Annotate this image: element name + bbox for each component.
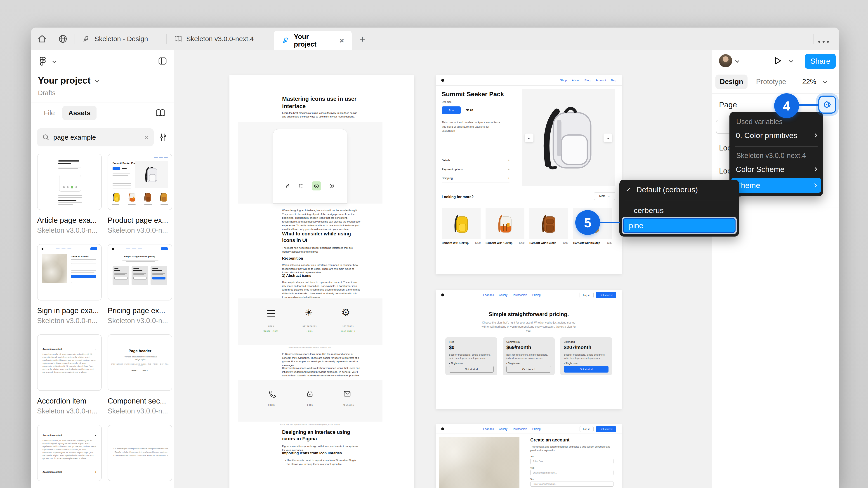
tab-skeleton-library[interactable]: Skeleton v3.0.0-next.4 xyxy=(166,28,274,50)
password-field[interactable] xyxy=(530,481,614,487)
signup-title: Create an account xyxy=(530,437,569,443)
frame-product-page[interactable]: Shop About Blog Account Bag Summit Seeke… xyxy=(436,75,622,274)
chevron-down-icon[interactable] xyxy=(823,79,827,84)
article-bullet: • Use the assets panel to import icons f… xyxy=(282,458,361,466)
tab-your-project[interactable]: Your project × xyxy=(274,31,352,50)
submenu-item-cerberus[interactable]: cerberus xyxy=(619,203,739,218)
tab-assets[interactable]: Assets xyxy=(62,106,96,120)
phone-icon xyxy=(268,390,276,398)
chevron-down-icon[interactable] xyxy=(735,59,739,63)
avatar[interactable] xyxy=(719,54,732,67)
get-started-button[interactable]: Get started xyxy=(596,292,616,298)
accordion-row-details[interactable]: Details+ xyxy=(442,156,509,165)
get-started-button[interactable]: Get started xyxy=(596,426,616,432)
accordion-row-payment[interactable]: Payment options+ xyxy=(442,165,509,174)
library-book-icon[interactable] xyxy=(156,108,165,118)
sun-icon: ☀ xyxy=(305,308,313,317)
get-started-button[interactable]: Get started xyxy=(564,366,609,372)
asset-card-lists[interactable]: • Id maxime optio soluta placeat ea eaqu… xyxy=(107,425,172,488)
community-globe-icon[interactable] xyxy=(58,34,68,44)
new-tab-button[interactable]: + xyxy=(360,33,365,45)
filter-icon[interactable] xyxy=(158,132,168,142)
product-card[interactable]: Carhartt WIP Kickflip $230 xyxy=(442,208,480,245)
clear-search-icon[interactable]: × xyxy=(144,133,149,142)
asset-card-pricing-page[interactable]: Simple straightforward pricing. xyxy=(107,244,172,325)
nav-link[interactable]: Testimonials xyxy=(513,293,527,297)
nav-link[interactable]: Shop xyxy=(560,78,567,82)
nav-link[interactable]: Testimonials xyxy=(513,427,527,431)
chevron-down-icon[interactable] xyxy=(52,59,56,63)
tab-design[interactable]: Design xyxy=(715,74,747,89)
nav-link[interactable]: Gallery xyxy=(499,293,507,297)
nav-link[interactable]: Pricing xyxy=(532,293,541,297)
menu-item-theme[interactable]: Theme xyxy=(731,178,821,193)
menu-item-color-primitives[interactable]: 0. Color primitives xyxy=(730,128,823,142)
search-field[interactable] xyxy=(53,133,141,141)
submenu-item-pine[interactable]: pine xyxy=(623,218,736,233)
login-button[interactable]: Log in xyxy=(580,292,594,298)
buy-button[interactable]: Buy xyxy=(442,106,461,114)
menu-item-color-scheme[interactable]: Color Scheme xyxy=(730,162,823,176)
present-play-icon[interactable] xyxy=(772,56,783,66)
search-input[interactable]: × xyxy=(37,128,154,147)
asset-card-signin-page[interactable]: Create an account Sign in page exa... Sk… xyxy=(37,244,102,325)
nav-link[interactable]: Features xyxy=(483,427,494,431)
chevron-down-icon[interactable] xyxy=(789,59,793,63)
apply-variable-button[interactable] xyxy=(818,96,836,113)
tab-file[interactable]: File xyxy=(38,106,61,120)
window-more-icon[interactable] xyxy=(818,41,829,43)
login-button[interactable]: Log in xyxy=(580,426,594,432)
get-started-button[interactable]: Get started xyxy=(449,366,494,372)
plan-card-extended[interactable]: Extended $207/month Best for freelancers… xyxy=(560,337,612,375)
nav-link[interactable]: Features xyxy=(483,293,494,297)
name-field[interactable] xyxy=(530,459,614,464)
asset-card-product-page[interactable]: Summit Seeker Pack xyxy=(107,154,172,234)
asset-card-component-section[interactable]: Page header Provides a robust set of non… xyxy=(107,334,172,415)
site-logo xyxy=(441,79,444,82)
close-tab-icon[interactable]: × xyxy=(340,36,344,45)
chevron-down-icon[interactable] xyxy=(95,78,99,83)
nav-link[interactable]: Bag xyxy=(611,78,616,82)
nav-link[interactable]: Pricing xyxy=(532,427,541,431)
tab-skeleton-design[interactable]: Skeleton - Design xyxy=(74,28,166,50)
email-field[interactable] xyxy=(530,470,614,475)
figma-logo-icon[interactable] xyxy=(38,56,48,66)
frame-article-page[interactable]: Mastering icons use in user interface Le… xyxy=(229,75,414,488)
collapse-panel-icon[interactable] xyxy=(158,56,167,66)
project-title[interactable]: Your project xyxy=(38,75,91,86)
carousel-next-button[interactable]: → xyxy=(603,133,612,142)
nav-link[interactable]: Account xyxy=(595,78,606,82)
share-button[interactable]: Share xyxy=(805,54,836,69)
gear-icon: ⚙ xyxy=(341,307,350,318)
plan-card-free[interactable]: Free $0 Best for freelancers, single des… xyxy=(445,337,497,375)
step-badge-4: 4 xyxy=(774,93,799,118)
plus-icon: + xyxy=(508,159,509,162)
product-card[interactable]: Carhartt WIP Kickflip $230 xyxy=(529,208,568,245)
signup-description: This compact and durable backpack embodi… xyxy=(530,445,612,452)
more-button[interactable]: More→ xyxy=(594,192,615,200)
home-icon[interactable] xyxy=(37,34,47,44)
canvas[interactable]: Mastering icons use in user interface Le… xyxy=(174,50,712,488)
submenu-item-default[interactable]: ✓ Default (cerberus) xyxy=(619,182,739,197)
nav-link[interactable]: Gallery xyxy=(499,427,507,431)
nav-link[interactable]: About xyxy=(572,78,580,82)
selection-ring: pine xyxy=(622,217,737,234)
thumb-pricing-title: Simple straightforward pricing. xyxy=(108,255,172,258)
nav-link[interactable]: Blog xyxy=(585,78,590,82)
frame-pricing-page[interactable]: Features Gallery Testimonials Pricing Lo… xyxy=(436,290,622,409)
get-started-button[interactable]: Get started xyxy=(506,366,551,372)
carousel-prev-button[interactable]: ← xyxy=(525,133,533,142)
asset-title: Accordion item xyxy=(37,397,102,405)
asset-card-accordion-item[interactable]: Accordion control− Lorem ipsum dolor, si… xyxy=(37,334,102,415)
frame-signup-page[interactable]: Features Gallery Testimonials Pricing Lo… xyxy=(436,424,622,488)
plan-card-commercial[interactable]: Commercial $69/month Best for freelancer… xyxy=(503,337,555,375)
site-logo xyxy=(441,427,444,430)
product-card[interactable]: Carhartt WIP Kickflip $230 xyxy=(486,208,524,245)
asset-card-accordion[interactable]: Accordion control− Lorem ipsum dolor, si… xyxy=(37,425,102,488)
article-figure-abstract-icons: ☀ ⚙ MENU BRIGHTNESS SETTINGS (THREE LINE… xyxy=(238,298,382,345)
zoom-level[interactable]: 22% xyxy=(802,78,816,86)
asset-card-article-page[interactable]: Article page exa... Skeleton v3.0.0-n... xyxy=(37,154,102,234)
asset-library: Skeleton v3.0.0-n... xyxy=(37,317,102,325)
tab-prototype[interactable]: Prototype xyxy=(756,78,786,86)
accordion-row-shipping[interactable]: Shipping+ xyxy=(442,174,509,183)
